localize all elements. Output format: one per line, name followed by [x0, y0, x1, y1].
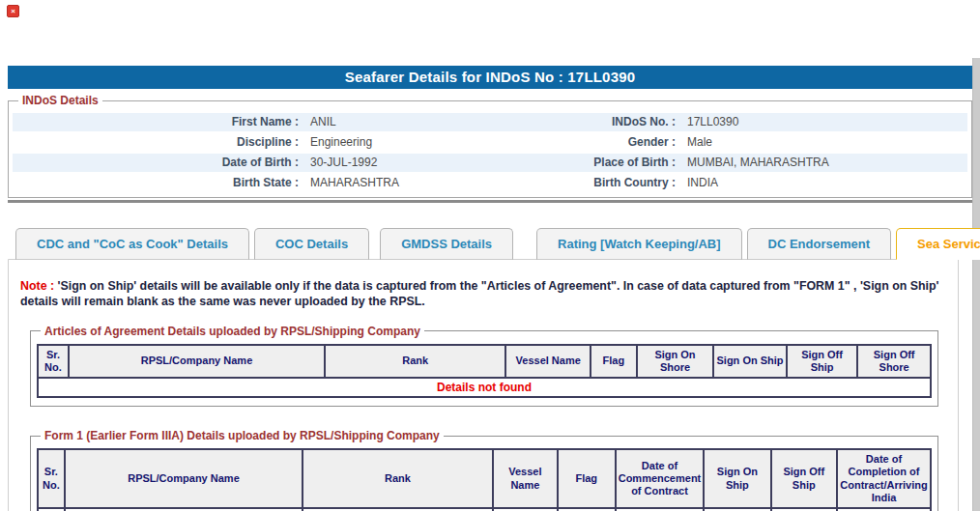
- birth-country-label: Birth Country :: [496, 174, 679, 192]
- col-sr-no: Sr. No.: [38, 449, 65, 508]
- info-row-name: First Name : ANIL INDoS No. : 17LL0390: [13, 113, 967, 131]
- discipline-label: Discipline :: [13, 133, 303, 152]
- articles-legend: Articles of Agreement Details uploaded b…: [41, 325, 424, 338]
- tab-rating-watch-keeping[interactable]: Rating [Watch Keeping/AB]: [536, 228, 742, 260]
- tab-coc-details[interactable]: COC Details: [254, 228, 369, 260]
- section-divider: [8, 200, 972, 203]
- tab-dc-endorsement[interactable]: DC Endorsement: [747, 228, 891, 260]
- sea-service-panel: Note : 'Sign on Ship' details will be av…: [8, 259, 959, 511]
- discipline-value: Engineering: [303, 133, 496, 152]
- note-text: Note : 'Sign on Ship' details will be av…: [20, 278, 946, 310]
- indos-details-legend: INDoS Details: [18, 94, 102, 107]
- col-sign-off-shore: Sign Off Shore: [857, 345, 931, 378]
- first-name-value: ANIL: [303, 113, 496, 131]
- col-sign-on-shore: Sign On Shore: [637, 345, 714, 378]
- main-content: Seafarer Details for INDoS No : 17LL0390…: [8, 66, 972, 511]
- birth-state-value: MAHARASHTRA: [303, 174, 496, 192]
- place-of-birth-label: Place of Birth :: [496, 154, 679, 172]
- form1-legend: Form 1 (Earlier Form IIIA) Details uploa…: [41, 429, 444, 442]
- birth-state-label: Birth State :: [13, 174, 303, 192]
- col-company: RPSL/Company Name: [69, 345, 325, 378]
- articles-table: Sr. No. RPSL/Company Name Rank Vessel Na…: [37, 344, 932, 398]
- col-company: RPSL/Company Name: [65, 449, 303, 508]
- col-vessel: Vessel Name: [493, 449, 558, 508]
- info-row-birth: Date of Birth : 30-JUL-1992 Place of Bir…: [13, 154, 967, 172]
- note-body: 'Sign on Ship' details will be available…: [20, 279, 939, 308]
- form1-header-row: Sr. No. RPSL/Company Name Rank Vessel Na…: [38, 449, 931, 508]
- col-date-commencement: Date of Commencement of Contract: [616, 449, 705, 508]
- articles-header-row: Sr. No. RPSL/Company Name Rank Vessel Na…: [38, 345, 931, 378]
- col-sign-off-ship: Sign Off Ship: [787, 345, 858, 378]
- col-date-completion: Date of Completion of Contract/Arriving …: [837, 449, 931, 508]
- details-not-found-message: Details not found: [38, 378, 931, 397]
- note-label: Note :: [20, 279, 54, 293]
- form1-fieldset: Form 1 (Earlier Form IIIA) Details uploa…: [30, 429, 938, 511]
- broken-image-icon: ×: [7, 5, 19, 17]
- tab-bar: CDC and "CoC as Cook" Details COC Detail…: [8, 228, 972, 259]
- tab-cdc-coc-cook-details[interactable]: CDC and "CoC as Cook" Details: [15, 228, 249, 260]
- col-sign-off-ship: Sign Off Ship: [771, 449, 837, 508]
- dob-value: 30-JUL-1992: [303, 154, 496, 172]
- gender-value: Male: [679, 133, 967, 152]
- birth-country-value: INDIA: [679, 174, 967, 192]
- articles-empty-row: Details not found: [38, 378, 931, 397]
- info-row-discipline: Discipline : Engineering Gender : Male: [13, 133, 967, 152]
- first-name-label: First Name :: [13, 113, 303, 131]
- articles-of-agreement-fieldset: Articles of Agreement Details uploaded b…: [30, 325, 938, 407]
- tab-sea-service-details[interactable]: Sea Service Details: [896, 228, 980, 260]
- place-of-birth-value: MUMBAI, MAHARASHTRA: [679, 154, 967, 172]
- col-sr-no: Sr. No.: [38, 345, 69, 378]
- vertical-scrollbar[interactable]: [972, 58, 980, 511]
- indos-no-label: INDoS No. :: [496, 113, 679, 131]
- tab-gmdss-details[interactable]: GMDSS Details: [380, 228, 513, 260]
- info-row-state: Birth State : MAHARASHTRA Birth Country …: [13, 174, 967, 192]
- col-flag: Flag: [591, 345, 637, 378]
- indos-no-value: 17LL0390: [679, 113, 967, 131]
- page-title: Seafarer Details for INDoS No : 17LL0390: [8, 66, 972, 89]
- form1-table: Sr. No. RPSL/Company Name Rank Vessel Na…: [37, 448, 932, 511]
- indos-details-fieldset: INDoS Details First Name : ANIL INDoS No…: [8, 94, 972, 198]
- dob-label: Date of Birth :: [13, 154, 303, 172]
- col-sign-on-ship: Sign On Ship: [713, 345, 787, 378]
- col-rank: Rank: [303, 449, 493, 508]
- gender-label: Gender :: [496, 133, 679, 152]
- col-sign-on-ship: Sign On Ship: [704, 449, 770, 508]
- col-rank: Rank: [325, 345, 505, 378]
- col-flag: Flag: [558, 449, 616, 508]
- col-vessel: Vessel Name: [505, 345, 591, 378]
